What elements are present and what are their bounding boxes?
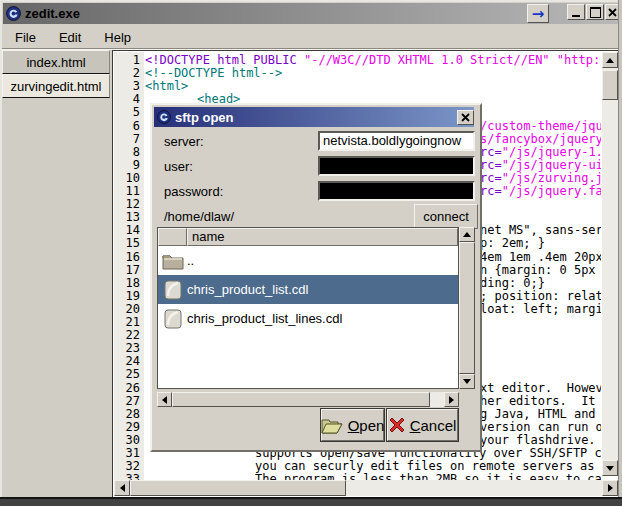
line-number: 33 [114, 473, 140, 480]
window-right-edge [618, 0, 622, 497]
dialog-titlebar: sftp open [154, 107, 474, 127]
icon-column-header[interactable] [158, 228, 187, 246]
vertical-scroll-thumb[interactable] [602, 70, 618, 100]
code-segment: <!--DOCTYPE html--> [145, 66, 282, 80]
folder-icon-cell [158, 252, 187, 270]
code-segment: rc= [480, 171, 502, 185]
user-label: user: [164, 159, 193, 174]
dialog-close-button[interactable] [457, 110, 474, 125]
code-segment: s/fancybox/jquery [480, 132, 601, 146]
code-segment: The program is less than 2MB so it is ea… [255, 472, 601, 480]
code-segment: xt editor. Howev [480, 381, 601, 395]
server-input[interactable]: netvista.boldlygoingnow [318, 131, 475, 151]
scroll-up-button[interactable] [602, 52, 618, 68]
list-scroll-up-button[interactable] [459, 227, 475, 242]
file-name: chris_product_list_lines.cdl [187, 311, 342, 326]
minimize-button[interactable] [567, 4, 585, 20]
line-number: 5 [114, 106, 140, 119]
code-segment: g Java, HTML and [480, 407, 596, 421]
user-input-redacted[interactable] [318, 156, 475, 176]
list-scroll-right-icon [449, 396, 454, 404]
code-segment: ; position: relat [480, 289, 601, 303]
line-number: 1 [114, 54, 140, 67]
line-number: 24 [114, 355, 140, 368]
line-number: 26 [114, 382, 140, 395]
window-title: zedit.exe [25, 6, 80, 21]
line-number: 32 [114, 460, 140, 473]
editor-horizontal-scrollbar[interactable] [114, 480, 618, 496]
code-segment: /custom-theme/jqu [480, 119, 601, 133]
file-name: chris_product_list.cdl [187, 282, 308, 297]
line-number: 8 [114, 146, 140, 159]
menu-item-edit[interactable]: Edit [49, 28, 91, 47]
line-number: 15 [114, 237, 140, 250]
sidebar-tab-zurvingedit-html[interactable]: zurvingedit.html [2, 74, 110, 98]
dialog-title: sftp open [175, 110, 234, 125]
code-segment: ding: 0;} [480, 276, 545, 290]
sidebar-tab-index-html[interactable]: index.html [2, 50, 110, 74]
line-number: 21 [114, 316, 140, 329]
scroll-right-button[interactable] [602, 480, 618, 496]
line-number: 12 [114, 198, 140, 211]
scroll-down-button[interactable] [602, 460, 618, 476]
line-number: 23 [114, 342, 140, 355]
code-segment: version can run o [480, 420, 601, 434]
line-number: 30 [114, 434, 140, 447]
password-input-redacted[interactable] [318, 181, 475, 201]
file-icon-cell [158, 280, 187, 300]
scroll-right-icon [608, 484, 613, 492]
open-button[interactable]: Open [321, 409, 384, 441]
list-horizontal-scroll-thumb[interactable] [172, 392, 430, 407]
code-segment: rc= [480, 184, 502, 198]
forward-arrow-button[interactable]: → [527, 4, 549, 23]
cancel-button-label: Cancel [410, 417, 457, 434]
titlebar: zedit.exe [3, 3, 618, 24]
file-icon [164, 309, 182, 329]
line-number: 19 [114, 290, 140, 303]
list-scroll-down-button[interactable] [459, 374, 475, 389]
list-scroll-left-icon [162, 396, 167, 404]
line-number: 22 [114, 329, 140, 342]
remote-file-list[interactable]: name ..chris_product_list.cdlchris_produ… [157, 227, 459, 389]
line-number: 6 [114, 120, 140, 133]
connect-button[interactable]: connect [414, 204, 478, 229]
editor-vertical-scrollbar[interactable] [602, 52, 618, 476]
line-number: 27 [114, 395, 140, 408]
cancel-button[interactable]: Cancel [387, 409, 458, 441]
line-number: 25 [114, 368, 140, 381]
file-row--[interactable]: .. [158, 246, 458, 275]
line-number: 14 [114, 224, 140, 237]
window-bottom-edge[interactable] [0, 497, 622, 506]
menu-item-help[interactable]: Help [94, 28, 141, 47]
name-column-header[interactable]: name [187, 228, 458, 246]
list-scroll-right-button[interactable] [444, 392, 459, 407]
maximize-button[interactable] [586, 4, 604, 20]
line-number: 10 [114, 172, 140, 185]
line-number: 31 [114, 447, 140, 460]
code-segment: <html> [145, 79, 188, 93]
file-row-chris_product_list-cdl[interactable]: chris_product_list.cdl [158, 275, 458, 304]
scroll-down-icon [606, 466, 614, 471]
file-row-chris_product_list_lines-cdl[interactable]: chris_product_list_lines.cdl [158, 304, 458, 333]
code-segment: loat: left; margi [480, 302, 601, 316]
list-vertical-scroll-thumb[interactable] [459, 242, 475, 374]
open-button-label: Open [348, 417, 385, 434]
scroll-left-button[interactable] [114, 480, 130, 496]
sftp-open-dialog: sftp open server:netvista.boldlygoingnow… [150, 103, 482, 452]
horizontal-scroll-thumb[interactable] [130, 480, 346, 496]
line-number: 18 [114, 277, 140, 290]
list-vertical-scrollbar[interactable] [459, 227, 475, 389]
line-number: 4 [114, 93, 140, 106]
file-name: .. [187, 253, 194, 268]
list-scroll-down-icon [463, 379, 471, 384]
close-icon [608, 8, 617, 17]
code-segment: "/js/jquery-ui [502, 158, 601, 172]
menu-item-file[interactable]: File [5, 28, 46, 47]
code-segment: you can securly edit files on remote ser… [255, 459, 601, 473]
code-segment: "/js/zurving.j [502, 171, 601, 185]
code-segment: "/js/jquery-1. [502, 145, 601, 159]
scroll-up-icon [606, 58, 614, 63]
code-line-32: 32you can securly edit files on remote s… [114, 460, 601, 473]
list-horizontal-scrollbar[interactable] [157, 392, 459, 407]
list-scroll-left-button[interactable] [157, 392, 172, 407]
